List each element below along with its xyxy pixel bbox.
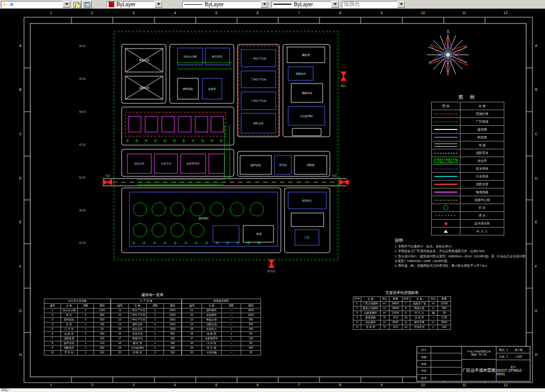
stage-value: 施工图 (507, 348, 530, 351)
water-ponds (125, 49, 163, 99)
command-line[interactable]: 回么 / (0, 388, 545, 392)
svg-text:综合办公楼: 综合办公楼 (184, 55, 197, 58)
svg-text:锅炉房: 锅炉房 (302, 53, 310, 56)
svg-text:原料罐区: 原料罐区 (198, 217, 209, 220)
plotstyle-combo[interactable]: 随颜色 (342, 1, 406, 8)
grid-ruler-top: 123456789101112 (30, 11, 526, 16)
drawing-canvas[interactable]: 入口 入口 出口 次入口 事故水池 消防水池 综合办公楼 食堂浴室 倒班宿舍 化… (0, 9, 545, 388)
grid-col-label: 12 (485, 11, 526, 16)
legend-symbol (434, 159, 458, 163)
legend-row: 雨水管线 (432, 165, 504, 173)
scale-label: 比例 (496, 355, 507, 358)
grid-col-label: 9 (361, 383, 402, 388)
storage-zone (125, 112, 226, 142)
legend-symbol (434, 153, 457, 153)
legend-symbol (434, 144, 457, 147)
legend-col-symbol: 图 例 (432, 102, 460, 110)
metrics-table-title: 主要技术经济指标表 (353, 290, 451, 295)
grid-col-label: 7 (278, 11, 319, 16)
table-row: 25装卸站台 1300 (182, 327, 261, 332)
svg-text:控制室: 控制室 (307, 163, 315, 167)
legend-symbol (434, 129, 457, 130)
grid-col-label: 5 (196, 383, 237, 388)
building-list-panel: 建筑物一览表 办公及生活设施 编号 名 称 层数 面积 1综合办公楼 3 (44, 292, 261, 355)
legend-symbol (434, 200, 457, 200)
legend-row: 电缆线路 (432, 188, 504, 196)
legend-symbol (445, 222, 447, 225)
svg-text:三号生产车间: 三号生产车间 (251, 99, 266, 103)
legend-row: 构筑物 (432, 134, 504, 141)
grid-col-label: 5 (196, 11, 237, 16)
table-row: 13三号生产车间 11800 (111, 318, 182, 323)
legend-name: 雨水管线 (460, 165, 504, 173)
color-combo[interactable]: ByLayer (106, 1, 163, 8)
table-row: 7消防泵房 1150 (44, 337, 111, 341)
table-row: 15成品仓库 11500 (111, 327, 182, 332)
table-row: 2食 堂 2680 (44, 313, 111, 318)
table-row: 27危废暂存库 1120 (182, 337, 261, 341)
title-column: ××化工科技有限公司 新建厂区工程 厂区总平面布置图 (462, 347, 496, 381)
table-row: 6化 验 室 2360 (44, 332, 111, 337)
layer-previous-button[interactable] (82, 1, 92, 8)
dimension-value: 45.50 (73, 77, 86, 80)
legend-row: 厂区围墙 (432, 118, 504, 126)
grid-col-label: 3 (113, 383, 154, 388)
legend-row: 建筑物 (432, 126, 504, 134)
layer-dropdown-arrow-icon[interactable] (63, 1, 70, 8)
grid-col-label: 1 (30, 11, 72, 16)
building-table-title: 建筑物一览表 (44, 292, 261, 298)
grid-ruler-left: ABCDEFGH (18, 23, 23, 377)
legend-row: 道 路 (432, 141, 504, 149)
legend-name: 构筑物 (460, 134, 504, 141)
grid-row-label: A (534, 23, 539, 68)
grid-row-label: G (534, 289, 539, 333)
metrics-panel: 主要技术经济指标表 序号 名 称 单位 数量 序号 名 称 单位 数量 1厂区占… (353, 290, 451, 330)
legend-symbol (434, 184, 457, 185)
svg-text:原料仓库: 原料仓库 (253, 122, 264, 125)
lineweight-combo[interactable]: ByLayer (271, 1, 339, 8)
wind-rose: 北 (427, 29, 469, 76)
table-row: 4浴 室 1180 (44, 323, 111, 327)
project-name: 新建厂区工程 (471, 353, 487, 357)
table-row: 23事故水池 —540 (182, 318, 261, 323)
table-row: 1综合办公楼 31260 (44, 308, 111, 313)
signature-row: 设计 (417, 347, 461, 353)
svg-text:二号生产车间: 二号生产车间 (251, 78, 266, 81)
plotstyle-dropdown-arrow-icon[interactable] (397, 1, 405, 8)
table-row: 1厂区占地面积 m²56800 7道路及广场 m²12300 (353, 302, 451, 306)
table-row: 2建筑占地面积 m²18650 8围墙长度 m980 (353, 306, 451, 311)
legend-row: 用地红线 (432, 110, 504, 118)
make-layer-current-button[interactable] (72, 1, 81, 8)
grid-row-label: H (534, 332, 539, 377)
linetype-combo[interactable]: ByLayer (182, 1, 269, 8)
dimension-column: 36.0045.5058.0042.0060.0038.5052.00 (73, 30, 86, 259)
table-row: 22成品罐区 —1600 (182, 313, 261, 318)
legend-symbol (434, 114, 457, 114)
grid-col-label: 6 (237, 383, 278, 388)
notes-panel: 说明 1. 本图尺寸以毫米计，标高、坐标以米计。2. 本图坐标为厂区相对坐标系，… (395, 237, 528, 268)
site-plan: 入口 入口 出口 次入口 (102, 31, 349, 273)
grid-col-label: 11 (444, 383, 485, 388)
freeze-icon (7, 3, 9, 6)
layer-state-icons (3, 3, 13, 6)
legend-row: 污水管线 (432, 173, 504, 181)
svg-text:变配电所: 变配电所 (295, 72, 306, 76)
legend-row: 室外消火栓 (432, 220, 504, 228)
legend-name: 室外消火栓 (460, 220, 504, 228)
legend-row: 出 入 口 (432, 228, 504, 235)
gate-label: 入口 (331, 174, 337, 177)
lineweight-dropdown-arrow-icon[interactable] (331, 1, 339, 8)
legend-title: 图 例 (431, 94, 504, 101)
legend-name: 厂区围墙 (460, 118, 504, 126)
color-dropdown-arrow-icon[interactable] (155, 1, 162, 8)
table-row: 12二号生产车间 12400 (111, 313, 182, 318)
notes-title: 说明 (395, 237, 528, 243)
grid-row-label: C (534, 112, 539, 156)
layer-combo[interactable] (1, 1, 71, 8)
legend-row: 消防车道 (432, 149, 504, 157)
legend-table: 图 例 名 称 用地红线 厂区围墙 (431, 102, 504, 235)
linetype-dropdown-arrow-icon[interactable] (260, 1, 268, 8)
lock-icon (10, 3, 13, 6)
dimension-value: 38.50 (73, 209, 86, 212)
legend-symbol (434, 137, 457, 138)
